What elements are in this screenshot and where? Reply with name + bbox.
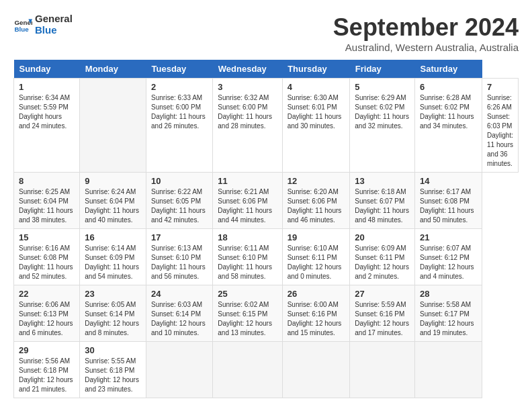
weekday-header-sunday: Sunday xyxy=(14,60,80,79)
calendar-empty xyxy=(146,342,213,398)
calendar-day-14: 14Sunrise: 6:17 AMSunset: 6:08 PMDayligh… xyxy=(415,173,482,229)
calendar-day-28: 28Sunrise: 5:58 AMSunset: 6:17 PMDayligh… xyxy=(415,285,482,342)
calendar-day-23: 23Sunrise: 6:05 AMSunset: 6:14 PMDayligh… xyxy=(80,285,146,342)
calendar-day-26: 26Sunrise: 6:00 AMSunset: 6:16 PMDayligh… xyxy=(282,285,350,342)
calendar-week-1: 1Sunrise: 6:34 AMSunset: 5:59 PMDaylight… xyxy=(14,79,519,173)
logo-blue: Blue xyxy=(35,25,73,36)
weekday-header-tuesday: Tuesday xyxy=(146,60,213,79)
calendar-day-15: 15Sunrise: 6:16 AMSunset: 6:08 PMDayligh… xyxy=(14,229,80,285)
calendar-day-11: 11Sunrise: 6:21 AMSunset: 6:06 PMDayligh… xyxy=(213,173,282,229)
calendar-day-20: 20Sunrise: 6:09 AMSunset: 6:11 PMDayligh… xyxy=(350,229,415,285)
weekday-header-row: SundayMondayTuesdayWednesdayThursdayFrid… xyxy=(14,60,519,79)
weekday-header-wednesday: Wednesday xyxy=(213,60,282,79)
calendar-day-17: 17Sunrise: 6:13 AMSunset: 6:10 PMDayligh… xyxy=(146,229,213,285)
calendar-week-2: 8Sunrise: 6:25 AMSunset: 6:04 PMDaylight… xyxy=(14,173,519,229)
calendar-day-5: 5Sunrise: 6:29 AMSunset: 6:02 PMDaylight… xyxy=(350,79,415,173)
calendar-empty xyxy=(350,342,415,398)
weekday-header-thursday: Thursday xyxy=(282,60,350,79)
page-header: General Blue General Blue September 2024… xyxy=(13,13,519,53)
weekday-header-saturday: Saturday xyxy=(415,60,482,79)
svg-text:Blue: Blue xyxy=(14,25,29,32)
calendar-day-10: 10Sunrise: 6:22 AMSunset: 6:05 PMDayligh… xyxy=(146,173,213,229)
calendar-empty xyxy=(213,342,282,398)
logo: General Blue General Blue xyxy=(13,13,73,36)
calendar-day-6: 6Sunrise: 6:28 AMSunset: 6:02 PMDaylight… xyxy=(415,79,482,173)
calendar-empty xyxy=(415,342,482,398)
calendar-day-21: 21Sunrise: 6:07 AMSunset: 6:12 PMDayligh… xyxy=(415,229,482,285)
calendar-table: SundayMondayTuesdayWednesdayThursdayFrid… xyxy=(13,60,519,398)
calendar-day-22: 22Sunrise: 6:06 AMSunset: 6:13 PMDayligh… xyxy=(14,285,80,342)
calendar-day-29: 29Sunrise: 5:56 AMSunset: 6:18 PMDayligh… xyxy=(14,342,80,398)
calendar-day-13: 13Sunrise: 6:18 AMSunset: 6:07 PMDayligh… xyxy=(350,173,415,229)
weekday-header-monday: Monday xyxy=(80,60,146,79)
calendar-week-3: 15Sunrise: 6:16 AMSunset: 6:08 PMDayligh… xyxy=(14,229,519,285)
calendar-week-5: 29Sunrise: 5:56 AMSunset: 6:18 PMDayligh… xyxy=(14,342,519,398)
weekday-header-friday: Friday xyxy=(350,60,415,79)
month-title: September 2024 xyxy=(333,13,519,42)
calendar-day-8: 8Sunrise: 6:25 AMSunset: 6:04 PMDaylight… xyxy=(14,173,80,229)
logo-general: General xyxy=(35,13,73,25)
title-block: September 2024 Australind, Western Austr… xyxy=(333,13,519,53)
calendar-day-12: 12Sunrise: 6:20 AMSunset: 6:06 PMDayligh… xyxy=(282,173,350,229)
calendar-empty xyxy=(282,342,350,398)
calendar-day-27: 27Sunrise: 5:59 AMSunset: 6:16 PMDayligh… xyxy=(350,285,415,342)
calendar-day-24: 24Sunrise: 6:03 AMSunset: 6:14 PMDayligh… xyxy=(146,285,213,342)
calendar-day-18: 18Sunrise: 6:11 AMSunset: 6:10 PMDayligh… xyxy=(213,229,282,285)
location: Australind, Western Australia, Australia xyxy=(333,42,519,53)
calendar-day-16: 16Sunrise: 6:14 AMSunset: 6:09 PMDayligh… xyxy=(80,229,146,285)
calendar-day-7: 7Sunrise: 6:26 AMSunset: 6:03 PMDaylight… xyxy=(482,79,519,173)
calendar-day-2: 2Sunrise: 6:33 AMSunset: 6:00 PMDaylight… xyxy=(146,79,213,173)
calendar-day-4: 4Sunrise: 6:30 AMSunset: 6:01 PMDaylight… xyxy=(282,79,350,173)
calendar-empty xyxy=(80,79,146,173)
calendar-day-1: 1Sunrise: 6:34 AMSunset: 5:59 PMDaylight… xyxy=(14,79,80,173)
calendar-day-19: 19Sunrise: 6:10 AMSunset: 6:11 PMDayligh… xyxy=(282,229,350,285)
calendar-day-3: 3Sunrise: 6:32 AMSunset: 6:00 PMDaylight… xyxy=(213,79,282,173)
calendar-week-4: 22Sunrise: 6:06 AMSunset: 6:13 PMDayligh… xyxy=(14,285,519,342)
logo-icon: General Blue xyxy=(13,15,32,34)
calendar-day-25: 25Sunrise: 6:02 AMSunset: 6:15 PMDayligh… xyxy=(213,285,282,342)
calendar-day-30: 30Sunrise: 5:55 AMSunset: 6:18 PMDayligh… xyxy=(80,342,146,398)
calendar-day-9: 9Sunrise: 6:24 AMSunset: 6:04 PMDaylight… xyxy=(80,173,146,229)
